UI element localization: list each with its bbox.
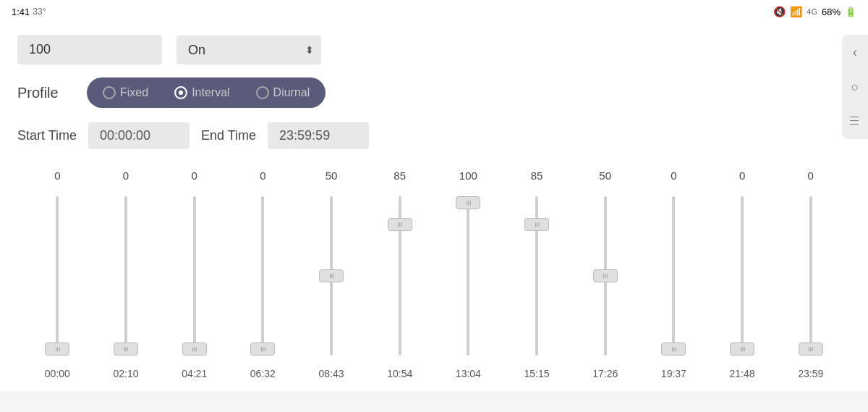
- vslider-thumb-1[interactable]: [114, 342, 138, 356]
- slider-value-5: 85: [393, 169, 406, 184]
- status-bar: 1:41 33° 🔇 📶 4G 68% 🔋: [0, 0, 868, 23]
- vslider-container-9[interactable]: [663, 196, 684, 356]
- slider-column-9: 019:37: [639, 169, 708, 379]
- slider-time-2: 04:21: [182, 368, 207, 379]
- temp-display: 33°: [33, 7, 46, 17]
- main-content: On Off Auto Profile Fixed Interval Diurn…: [0, 23, 868, 391]
- slider-value-6: 100: [459, 169, 477, 184]
- slider-value-10: 0: [739, 169, 745, 184]
- vslider-thumb-11[interactable]: [799, 342, 823, 356]
- profile-option-interval[interactable]: Interval: [163, 82, 241, 104]
- back-button[interactable]: ‹: [846, 43, 864, 61]
- top-row: On Off Auto: [17, 35, 851, 64]
- vslider-container-5[interactable]: [390, 196, 410, 356]
- start-time-label: Start Time: [17, 128, 77, 143]
- vslider-thumb-6[interactable]: [456, 196, 480, 209]
- vslider-track-9: [672, 196, 675, 356]
- slider-column-8: 5017:26: [571, 169, 639, 379]
- radio-interval: [174, 86, 187, 99]
- slider-time-10: 21:48: [730, 368, 755, 379]
- slider-time-0: 00:00: [45, 368, 70, 379]
- vslider-thumb-7[interactable]: [524, 218, 549, 231]
- radio-diurnal: [256, 86, 269, 99]
- slider-column-5: 8510:54: [365, 169, 434, 379]
- vslider-track-1: [124, 196, 127, 356]
- vslider-track-3: [261, 196, 264, 356]
- slider-wrapper-6: [434, 190, 503, 362]
- dropdown-wrapper: On Off Auto: [176, 35, 321, 64]
- vslider-thumb-9[interactable]: [661, 342, 686, 356]
- slider-time-7: 15:15: [524, 368, 550, 379]
- battery-display: 68%: [822, 7, 841, 17]
- vslider-container-3[interactable]: [252, 196, 273, 356]
- menu-button[interactable]: |||: [846, 113, 864, 130]
- vslider-thumb-3[interactable]: [250, 342, 275, 356]
- time-row: Start Time End Time: [17, 122, 851, 149]
- wifi-icon: 📶: [790, 6, 802, 17]
- end-time-input[interactable]: [268, 122, 369, 149]
- slider-time-11: 23:59: [798, 368, 823, 379]
- vslider-thumb-8[interactable]: [593, 269, 618, 282]
- profile-option-diurnal[interactable]: Diurnal: [244, 82, 322, 104]
- slider-column-6: 10013:04: [434, 169, 503, 379]
- start-time-input[interactable]: [88, 122, 190, 149]
- profile-label: Profile: [17, 85, 75, 101]
- vslider-container-8[interactable]: [595, 196, 616, 356]
- slider-value-1: 0: [123, 169, 129, 184]
- slider-wrapper-0: [23, 190, 92, 362]
- time-display: 1:41: [12, 7, 30, 17]
- slider-wrapper-10: [708, 190, 777, 362]
- slider-value-8: 50: [599, 169, 611, 184]
- vslider-container-2[interactable]: [184, 196, 205, 356]
- slider-wrapper-4: [297, 190, 366, 362]
- sliders-section: 000:00002:10004:21006:325008:438510:5410…: [17, 169, 851, 379]
- profile-toggle: Fixed Interval Diurnal: [87, 77, 326, 108]
- slider-value-11: 0: [808, 169, 814, 184]
- vslider-track-11: [809, 196, 812, 356]
- vslider-thumb-0[interactable]: [45, 342, 69, 356]
- slider-column-2: 004:21: [160, 169, 229, 379]
- vslider-container-6[interactable]: [458, 196, 478, 356]
- slider-wrapper-5: [365, 190, 434, 362]
- vslider-container-7[interactable]: [527, 196, 547, 356]
- slider-wrapper-7: [503, 190, 571, 362]
- slider-value-7: 85: [531, 169, 543, 184]
- slider-time-8: 17:26: [592, 368, 618, 379]
- vslider-container-11[interactable]: [801, 196, 821, 356]
- on-off-dropdown[interactable]: On Off Auto: [176, 35, 321, 64]
- vslider-container-10[interactable]: [732, 196, 752, 356]
- slider-wrapper-3: [229, 190, 297, 362]
- slider-wrapper-2: [160, 190, 229, 362]
- vslider-track-2: [193, 196, 196, 356]
- slider-time-4: 08:43: [319, 368, 344, 379]
- slider-column-1: 002:10: [92, 169, 161, 379]
- vslider-track-10: [741, 196, 744, 356]
- label-interval: Interval: [192, 86, 229, 99]
- vslider-thumb-4[interactable]: [319, 269, 344, 282]
- slider-wrapper-11: [776, 190, 845, 362]
- end-time-label: End Time: [201, 128, 256, 143]
- slider-column-4: 5008:43: [297, 169, 366, 379]
- circle-button[interactable]: ○: [846, 78, 864, 96]
- slider-time-9: 19:37: [661, 368, 686, 379]
- battery-icon: 🔋: [845, 7, 856, 17]
- slider-column-0: 000:00: [23, 169, 92, 379]
- slider-value-9: 0: [671, 169, 676, 184]
- mute-icon: 🔇: [773, 6, 786, 17]
- slider-wrapper-9: [639, 190, 708, 362]
- vslider-track-0: [56, 196, 59, 356]
- vslider-container-0[interactable]: [47, 196, 67, 356]
- profile-option-fixed[interactable]: Fixed: [91, 82, 160, 104]
- slider-time-6: 13:04: [456, 368, 481, 379]
- signal-text: 4G: [807, 7, 817, 16]
- radio-fixed: [103, 86, 116, 99]
- slider-time-3: 06:32: [250, 368, 276, 379]
- vslider-container-4[interactable]: [321, 196, 341, 356]
- vslider-thumb-5[interactable]: [388, 218, 412, 231]
- vslider-container-1[interactable]: [116, 196, 136, 356]
- slider-column-7: 8515:15: [503, 169, 571, 379]
- vslider-thumb-2[interactable]: [182, 342, 207, 356]
- vslider-thumb-10[interactable]: [730, 342, 754, 356]
- value-input[interactable]: [17, 35, 162, 64]
- slider-time-1: 02:10: [113, 368, 138, 379]
